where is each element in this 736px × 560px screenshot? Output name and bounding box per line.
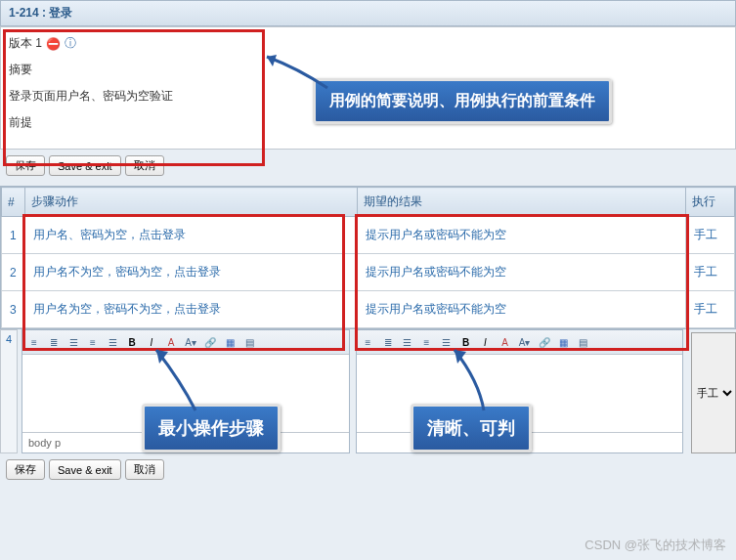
link-icon[interactable]: 🔗 — [536, 333, 553, 351]
cell-action: 用户名、密码为空，点击登录 — [24, 217, 357, 254]
bgcolor-icon[interactable]: A▾ — [182, 333, 199, 351]
table-icon[interactable]: ▤ — [240, 333, 258, 351]
cell-exec: 手工 — [686, 291, 735, 328]
image-icon[interactable]: ▦ — [555, 333, 573, 351]
save-button[interactable]: 保存 — [6, 155, 45, 176]
bold-icon[interactable]: B — [123, 333, 141, 351]
callout-clear: 清晰、可判 — [411, 404, 532, 452]
link-icon[interactable]: 🔗 — [201, 333, 219, 351]
cell-action: 用户名为空，密码不为空，点击登录 — [24, 291, 357, 328]
align-center-icon[interactable]: ≡ — [84, 333, 102, 351]
align-right-icon[interactable]: ☰ — [104, 333, 121, 351]
cell-expect: 提示用户名或密码不能为空 — [357, 217, 685, 254]
button-row-bottom: 保存 Save & exit 取消 — [0, 453, 736, 486]
button-row-top: 保存 Save & exit 取消 — [0, 150, 736, 182]
cancel-button[interactable]: 取消 — [125, 155, 164, 176]
align-left-icon[interactable]: ☰ — [399, 333, 416, 351]
italic-icon[interactable]: I — [143, 333, 160, 351]
align-right-icon[interactable]: ☰ — [438, 333, 455, 351]
page-header: 1-214 : 登录 — [0, 0, 736, 26]
cell-action: 用户名不为空，密码为空，点击登录 — [24, 254, 357, 291]
editor-toolbar: ≡ ≣ ☰ ≡ ☰ B I A A▾ 🔗 ▦ ▤ — [357, 330, 683, 355]
cell-exec: 手工 — [686, 254, 735, 291]
header-title: 1-214 : 登录 — [9, 6, 72, 20]
version-row: 版本 1 ⛔ ⓘ — [9, 35, 727, 52]
col-idx[interactable]: # — [2, 188, 25, 217]
list-icon[interactable]: ≡ — [25, 333, 43, 351]
steps-table: # 步骤动作 期望的结果 执行 1 用户名、密码为空，点击登录 提示用户名或密码… — [1, 187, 735, 328]
italic-icon[interactable]: I — [477, 333, 495, 351]
abstract-label: 摘要 — [9, 62, 727, 78]
callout-summary: 用例的简要说明、用例执行的前置条件 — [313, 78, 612, 124]
align-center-icon[interactable]: ≡ — [418, 333, 436, 351]
color-icon[interactable]: A — [497, 333, 514, 351]
image-icon[interactable]: ▦ — [221, 333, 238, 351]
table-row[interactable]: 1 用户名、密码为空，点击登录 提示用户名或密码不能为空 手工 — [2, 217, 735, 254]
numlist-icon[interactable]: ≣ — [45, 333, 63, 351]
cancel-button[interactable]: 取消 — [125, 459, 164, 480]
table-row[interactable]: 2 用户名不为空，密码为空，点击登录 提示用户名或密码不能为空 手工 — [2, 254, 735, 291]
save-exit-button[interactable]: Save & exit — [49, 155, 121, 176]
list-icon[interactable]: ≡ — [360, 333, 377, 351]
editor-toolbar: ≡ ≣ ☰ ≡ ☰ B I A A▾ 🔗 ▦ ▤ — [22, 330, 349, 355]
delete-icon[interactable]: ⛔ — [46, 37, 61, 51]
exec-select[interactable]: 手工 — [691, 332, 736, 453]
align-left-icon[interactable]: ☰ — [65, 333, 82, 351]
new-row-idx: 4 — [0, 329, 18, 453]
watermark: CSDN @张飞的技术博客 — [584, 537, 726, 554]
bgcolor-icon[interactable]: A▾ — [516, 333, 534, 351]
version-label: 版本 1 — [9, 35, 42, 52]
cell-idx: 1 — [2, 217, 25, 254]
table-icon[interactable]: ▤ — [575, 333, 592, 351]
color-icon[interactable]: A — [162, 333, 180, 351]
col-action[interactable]: 步骤动作 — [24, 188, 357, 217]
cell-expect: 提示用户名或密码不能为空 — [357, 254, 685, 291]
save-exit-button[interactable]: Save & exit — [49, 459, 121, 480]
cell-idx: 2 — [2, 254, 25, 291]
callout-steps: 最小操作步骤 — [142, 404, 281, 452]
save-button[interactable]: 保存 — [6, 459, 45, 480]
cell-exec: 手工 — [686, 217, 735, 254]
table-row[interactable]: 3 用户名为空，密码不为空，点击登录 提示用户名或密码不能为空 手工 — [2, 291, 735, 328]
col-expect[interactable]: 期望的结果 — [357, 188, 685, 217]
numlist-icon[interactable]: ≣ — [379, 333, 397, 351]
steps-table-wrap: # 步骤动作 期望的结果 执行 1 用户名、密码为空，点击登录 提示用户名或密码… — [0, 186, 736, 329]
col-exec[interactable]: 执行 — [686, 188, 735, 217]
cell-expect: 提示用户名或密码不能为空 — [357, 291, 685, 328]
cell-idx: 3 — [2, 291, 25, 328]
info-icon[interactable]: ⓘ — [65, 35, 76, 52]
bold-icon[interactable]: B — [457, 333, 475, 351]
